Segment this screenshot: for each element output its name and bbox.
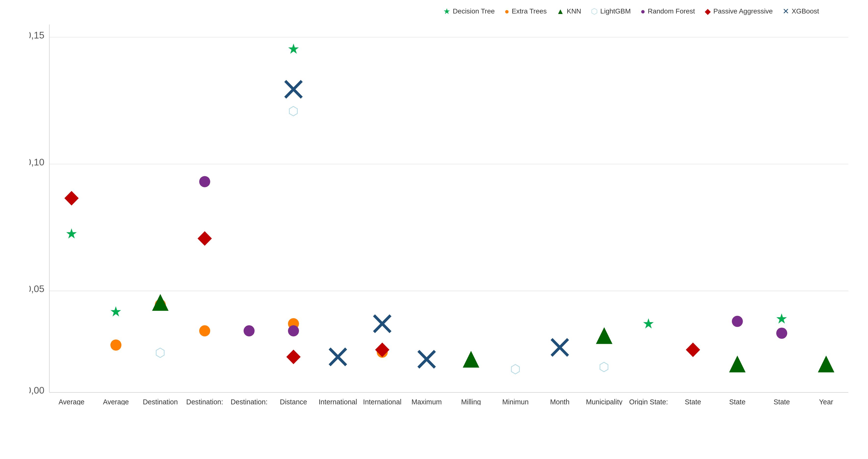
point-knn-17 — [818, 355, 834, 372]
point-passive-aggressive-3 — [197, 231, 212, 246]
svg-marker-17 — [596, 327, 613, 344]
point-passive-aggressive-14 — [686, 343, 700, 357]
point-knn-9 — [463, 351, 479, 368]
x-label-1: Average Price od Ethanol — [96, 398, 136, 405]
point-passive-aggressive-5 — [286, 350, 301, 364]
legend-item-xgboost: ✕XGBoost — [782, 7, 819, 15]
svg-marker-31 — [286, 350, 301, 364]
svg-marker-30 — [197, 231, 212, 246]
y-label-000: 0,00 — [29, 385, 44, 396]
point-xgboost-7 — [374, 315, 391, 332]
svg-text:★: ★ — [287, 41, 300, 56]
svg-marker-33 — [686, 343, 700, 357]
x-label-0: Average Monthly Exchange Rate — [52, 398, 92, 405]
point-decision-tree-13: ★ — [642, 316, 655, 331]
x-label-8: Maximum Price of Diesel — [407, 398, 446, 405]
chart-svg: 0,15 0,10 0,05 0,00 Average Monthly Exch… — [29, 25, 853, 405]
x-label-6: International Market (Chicago) — [318, 398, 358, 405]
legend-label-extra-trees: Extra Trees — [512, 7, 547, 15]
point-knn-2 — [152, 294, 168, 311]
x-label-17: Year — [806, 398, 846, 405]
svg-text:⬡: ⬡ — [155, 346, 166, 359]
point-passive-aggressive-0 — [64, 191, 79, 205]
x-label-5: Distance — [273, 398, 313, 405]
x-label-11: Month — [540, 398, 580, 405]
point-random-forest-4 — [244, 325, 255, 337]
x-label-16: State Storage Capacity at Origin — [762, 398, 802, 405]
svg-text:★: ★ — [65, 226, 78, 241]
svg-point-24 — [199, 176, 210, 187]
legend-item-lightgbm: ⬡LightGBM — [591, 7, 631, 15]
svg-marker-15 — [152, 294, 168, 311]
x-label-4: Destination: São Luís — [229, 398, 269, 405]
point-lightgbm-2: ⬡ — [155, 346, 166, 359]
svg-marker-16 — [463, 351, 479, 368]
svg-text:★: ★ — [642, 316, 655, 331]
point-random-forest-15 — [732, 316, 743, 327]
svg-text:★: ★ — [110, 304, 122, 319]
svg-marker-29 — [64, 191, 79, 205]
legend-label-random-forest: Random Forest — [648, 7, 695, 15]
x-label-7: International Market (Paraity) — [362, 398, 402, 405]
x-label-13: Origin State: SP — [629, 398, 669, 405]
chart-container: ★Decision Tree●Extra Trees▲KNN⬡LightGBM●… — [0, 0, 868, 459]
legend-marker-xgboost: ✕ — [782, 7, 789, 15]
x-label-12: Municipality Yield — [584, 398, 624, 405]
point-random-forest-5 — [288, 325, 299, 337]
point-random-forest-3 — [199, 176, 210, 187]
legend-marker-lightgbm: ⬡ — [591, 7, 598, 15]
point-knn-12 — [596, 327, 613, 344]
svg-marker-32 — [375, 343, 389, 357]
point-lightgbm-10: ⬡ — [510, 362, 521, 376]
legend-label-lightgbm: LightGBM — [600, 7, 631, 15]
x-label-14: State Planted Area — [673, 398, 713, 405]
legend-label-decision-tree: Decision Tree — [453, 7, 495, 15]
point-knn-15 — [729, 355, 746, 372]
svg-text:⬡: ⬡ — [288, 104, 299, 118]
legend-label-xgboost: XGBoost — [792, 7, 819, 15]
point-random-forest-16 — [776, 328, 787, 339]
legend-marker-knn: ▲ — [557, 7, 564, 15]
x-label-9: Milling Capacity of Industries at Destin… — [451, 398, 491, 405]
x-label-2: Destination State: SP — [140, 398, 180, 405]
legend-marker-extra-trees: ● — [504, 7, 509, 15]
point-decision-tree-1: ★ — [110, 304, 122, 319]
chart-legend: ★Decision Tree●Extra Trees▲KNN⬡LightGBM●… — [443, 7, 819, 15]
point-extra-trees-1 — [111, 339, 121, 351]
svg-marker-19 — [818, 355, 834, 372]
point-xgboost-6 — [330, 348, 346, 365]
x-label-10: Minimun Price of Ethanol — [495, 398, 535, 405]
svg-point-10 — [111, 339, 121, 351]
x-label-15: State Storage Capacity at Destination — [717, 398, 757, 405]
svg-point-12 — [199, 325, 210, 337]
point-extra-trees-3 — [199, 325, 210, 337]
legend-item-random-forest: ●Random Forest — [641, 7, 695, 15]
legend-marker-passive-aggressive: ◆ — [705, 7, 711, 15]
point-decision-tree-5: ★ — [287, 41, 300, 56]
svg-text:⬡: ⬡ — [599, 360, 610, 373]
legend-item-passive-aggressive: ◆Passive Aggressive — [705, 7, 773, 15]
legend-label-knn: KNN — [567, 7, 581, 15]
legend-item-extra-trees: ●Extra Trees — [504, 7, 547, 15]
legend-item-decision-tree: ★Decision Tree — [443, 7, 495, 15]
legend-marker-decision-tree: ★ — [443, 7, 451, 15]
point-lightgbm-5: ⬡ — [288, 104, 299, 118]
chart-plot-area: 0,15 0,10 0,05 0,00 Average Monthly Exch… — [29, 25, 853, 405]
legend-label-passive-aggressive: Passive Aggressive — [713, 7, 773, 15]
legend-item-knn: ▲KNN — [557, 7, 581, 15]
point-lightgbm-12: ⬡ — [599, 360, 610, 373]
point-xgboost-5 — [285, 81, 302, 97]
svg-marker-18 — [729, 355, 746, 372]
y-label-015: 0,15 — [29, 30, 44, 40]
point-xgboost-8 — [418, 351, 435, 368]
y-label-005: 0,05 — [29, 284, 44, 294]
svg-point-26 — [288, 325, 299, 337]
svg-point-27 — [732, 316, 743, 327]
point-decision-tree-0: ★ — [65, 226, 78, 241]
point-xgboost-11 — [552, 339, 568, 355]
svg-point-28 — [776, 328, 787, 339]
y-label-010: 0,10 — [29, 156, 44, 167]
legend-marker-random-forest: ● — [641, 7, 645, 15]
svg-point-25 — [244, 325, 255, 337]
point-decision-tree-16: ★ — [775, 311, 788, 326]
